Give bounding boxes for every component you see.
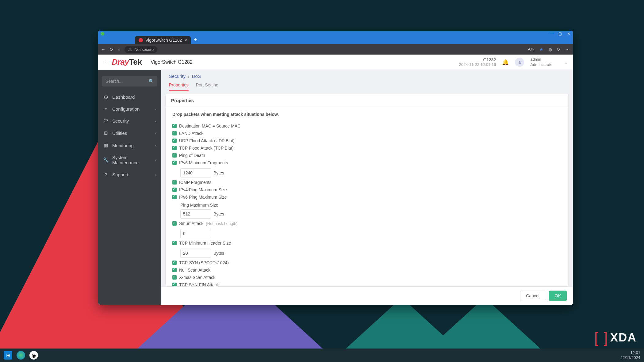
checkbox-xmas[interactable] (172, 275, 177, 280)
input-ipv6-min-frag[interactable] (180, 168, 211, 177)
nav-label: Dashboard (112, 94, 135, 100)
checkbox-udp-flood[interactable] (172, 139, 177, 143)
taskbar-edge-icon[interactable] (17, 351, 25, 360)
panel-intro: Drop packets when meeting attack situati… (172, 112, 562, 117)
model-name: VigorSwitch G1282 (151, 59, 193, 65)
traffic-light-green[interactable] (101, 32, 104, 36)
window-close[interactable]: ✕ (567, 32, 570, 36)
sidebar-item-security[interactable]: 🛡Security› (98, 115, 161, 127)
nav-label: Monitoring (112, 143, 134, 148)
reader-icon[interactable]: Aあ (528, 47, 535, 52)
nav-label: Security (112, 118, 129, 124)
checkbox-ping-death[interactable] (172, 153, 177, 158)
home-icon[interactable]: ⌂ (118, 47, 120, 52)
browser-window: — ▢ ✕ VigorSwitch G1282 × + ← ⟳ ⌂ ⚠ Not … (98, 31, 573, 305)
nav-label: Support (112, 172, 128, 177)
nav-icon: ▦ (103, 143, 109, 148)
label-land: LAND Attack (179, 131, 203, 136)
app-header: ≡ DrayTek VigorSwitch G1282 G1282 2024-1… (98, 55, 573, 70)
address-bar[interactable]: ⚠ Not secure (125, 46, 157, 53)
checkbox-tcp-syn-sport[interactable] (172, 261, 177, 265)
label-ping-death: Ping of Death (179, 153, 205, 158)
window-maximize[interactable]: ▢ (558, 32, 562, 36)
sidebar-toggle-icon[interactable]: ≡ (103, 59, 106, 65)
chevron-right-icon: › (155, 119, 156, 123)
input-ping-max[interactable] (180, 209, 211, 219)
content-tabs: PropertiesPort Setting (161, 79, 573, 91)
label-smurf: Smurf Attack (179, 221, 203, 226)
unit-bytes: Bytes (213, 170, 224, 175)
checkbox-smurf[interactable] (172, 221, 177, 226)
search-icon[interactable]: 🔍 (148, 78, 154, 84)
sidebar-item-support[interactable]: ?Support› (98, 169, 161, 181)
properties-panel: Properties Drop packets when meeting att… (165, 94, 569, 287)
browser-toolbar: ← ⟳ ⌂ ⚠ Not secure Aあ ★ ◍ ⟳ ⋯ (98, 44, 573, 55)
chevron-right-icon: › (155, 131, 156, 135)
sidebar-item-system-maintenance[interactable]: 🔧System Maintenance› (98, 151, 161, 169)
tab-close-icon[interactable]: × (185, 38, 187, 43)
menu-icon[interactable]: ⋯ (565, 47, 570, 52)
label-ipv6-ping-max: IPv6 Ping Maximum Size (179, 195, 227, 200)
breadcrumb: Security / DoS (161, 70, 573, 79)
content-area: Security / DoS PropertiesPort Setting Pr… (161, 70, 573, 305)
chevron-right-icon: › (155, 107, 156, 111)
nav-icon: ≡ (103, 106, 109, 112)
favicon-icon (139, 38, 143, 42)
checkbox-ipv6-min-frag[interactable] (172, 161, 177, 165)
chevron-right-icon: › (155, 158, 156, 162)
sidebar-item-utilities[interactable]: ⊞Utilities› (98, 127, 161, 139)
app-root: ≡ DrayTek VigorSwitch G1282 G1282 2024-1… (98, 55, 573, 305)
nav-icon: 🛡 (103, 118, 109, 124)
favorite-icon[interactable]: ★ (539, 47, 543, 52)
chevron-right-icon: › (155, 173, 156, 177)
tab-port-setting[interactable]: Port Setting (196, 82, 218, 91)
label-ipv4-ping-max: IPv4 Ping Maximum Size (179, 187, 227, 192)
avatar[interactable]: a (515, 58, 524, 67)
window-minimize[interactable]: — (549, 32, 553, 36)
user-menu-chevron-icon[interactable]: ⌄ (564, 60, 568, 65)
label-xmas: X-mas Scan Attack (179, 275, 215, 280)
refresh-icon[interactable]: ⟳ (110, 47, 113, 52)
not-secure-label: Not secure (134, 47, 154, 52)
input-smurf[interactable] (180, 229, 211, 238)
new-tab-button[interactable]: + (191, 35, 200, 44)
browser-tab[interactable]: VigorSwitch G1282 × (135, 36, 191, 44)
sidebar-item-monitoring[interactable]: ▦Monitoring› (98, 139, 161, 151)
sync-icon[interactable]: ⟳ (557, 47, 561, 52)
label-syn-fin: TCP SYN-FIN Attack (179, 282, 219, 287)
label-tcp-min-hdr: TCP Minimum Header Size (179, 241, 231, 246)
checkbox-dest-mac[interactable] (172, 124, 177, 128)
ok-button[interactable]: OK (549, 291, 567, 301)
checkbox-tcp-min-hdr[interactable] (172, 241, 177, 245)
checkbox-syn-fin[interactable] (172, 283, 177, 287)
user-info: admin Administrator (530, 57, 554, 67)
nav-icon: 🔧 (103, 157, 109, 163)
taskbar-app-icon[interactable]: ◉ (29, 351, 38, 360)
checkbox-null-scan[interactable] (172, 268, 177, 272)
notifications-icon[interactable]: 🔔 (502, 59, 509, 66)
sidebar-item-dashboard[interactable]: ◷Dashboard (98, 91, 161, 103)
checkbox-icmp-frag[interactable] (172, 180, 177, 185)
taskbar-clock[interactable]: 12:01 22/11/2024 (620, 350, 640, 360)
checkbox-ipv4-ping-max[interactable] (172, 188, 177, 192)
checkbox-land[interactable] (172, 131, 177, 135)
sidebar-item-configuration[interactable]: ≡Configuration› (98, 103, 161, 115)
label-ipv6-min-frag: IPv6 Minimum Fragments (179, 160, 228, 165)
checkbox-tcp-flood[interactable] (172, 146, 177, 150)
label-udp-flood: UDP Flood Attack (UDP Blat) (179, 138, 235, 143)
browser-titlebar[interactable]: — ▢ ✕ (98, 31, 573, 37)
nav-label: System Maintenance (112, 155, 151, 165)
input-tcp-min-hdr[interactable] (180, 249, 211, 258)
sidebar: 🔍 ◷Dashboard≡Configuration›🛡Security›⊞Ut… (98, 70, 161, 305)
label-dest-mac: Destination MAC = Source MAC (179, 124, 240, 128)
taskbar[interactable]: ⊞ ◉ 12:01 22/11/2024 (0, 349, 644, 362)
tab-properties[interactable]: Properties (169, 82, 189, 91)
extension-icon[interactable]: ◍ (548, 47, 552, 52)
label-ping-max-size: Ping Maximum Size (180, 203, 562, 208)
back-icon[interactable]: ← (101, 47, 105, 52)
breadcrumb-root[interactable]: Security (169, 74, 186, 79)
checkbox-ipv6-ping-max[interactable] (172, 195, 177, 199)
label-icmp-frag: ICMP Fragments (179, 180, 212, 185)
cancel-button[interactable]: Cancel (520, 291, 545, 301)
start-button[interactable]: ⊞ (4, 351, 12, 360)
